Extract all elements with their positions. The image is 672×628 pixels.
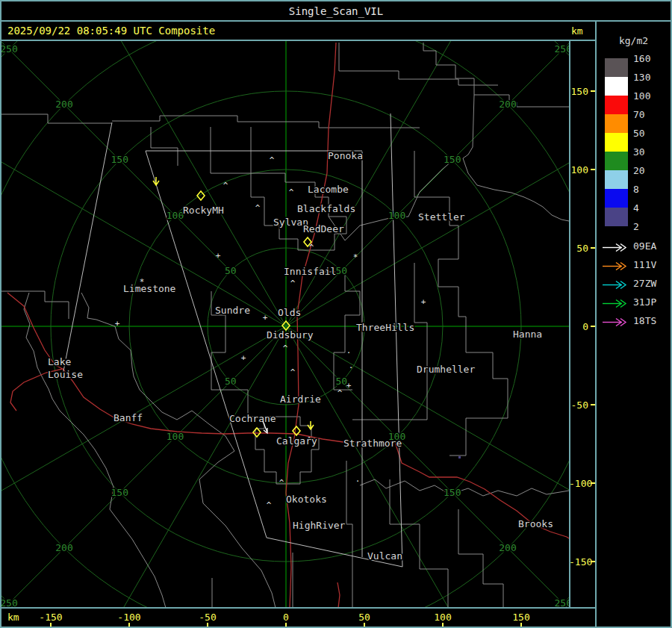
map-boundary: [414, 151, 508, 456]
ring-distance-label: 100: [388, 210, 405, 221]
track-id-label: 09EA: [633, 241, 656, 251]
track-arrow-icon: [602, 299, 627, 308]
info-bar: 2025/09/22 08:05:49 UTC Composite: [1, 22, 595, 40]
ring-distance-label: 250: [554, 597, 569, 607]
bottom-axis-tick-label: 50: [351, 612, 378, 622]
map-boundary: [211, 127, 251, 173]
window-title: Single_Scan_VIL: [289, 5, 383, 17]
town-marker-icon: .: [346, 346, 352, 355]
right-axis-tick-label: 150: [569, 87, 588, 96]
track-legend-row: 31JP: [602, 297, 669, 308]
track-id-label: 27ZW: [633, 279, 656, 288]
right-axis-unit-label: km: [571, 25, 583, 37]
ring-distance-label: 250: [554, 43, 569, 55]
radar-app-window: Single_Scan_VIL 2025/09/22 08:05:49 UTC …: [0, 0, 672, 628]
city-label: Stettler: [418, 211, 465, 223]
radar-site-icon: [253, 428, 261, 437]
right-axis-tick-label: -100: [569, 479, 588, 488]
city-label: Drumheller: [417, 364, 475, 375]
bottom-axis-tick: [50, 623, 52, 627]
colorbar-swatch: [605, 58, 628, 77]
legend-panel: kg/m2 16013010070503020842 09EA111V27ZW3…: [597, 22, 671, 627]
radar-map-canvas[interactable]: 5050505010010010010015015015015020020020…: [1, 41, 569, 607]
city-label: Airdrie: [280, 394, 321, 405]
colorbar-step-label: 50: [633, 128, 645, 138]
track-arrow-icon: [602, 280, 627, 290]
ring-distance-label: 150: [444, 487, 461, 498]
colorbar-swatch: [605, 152, 628, 170]
town-marker-icon: .: [349, 361, 354, 370]
town-marker-icon: +: [115, 319, 120, 329]
town-marker-icon: ^: [283, 343, 288, 353]
bottom-axis-tick: [285, 623, 287, 627]
right-axis-tick-label: -150: [569, 557, 588, 567]
ring-distance-label: 250: [1, 43, 18, 55]
track-id-label: 31JP: [633, 297, 656, 307]
bottom-axis-unit-label: km: [7, 612, 19, 622]
city-label: Didsbury: [267, 329, 314, 341]
colorbar-step-label: 4: [633, 203, 639, 213]
colorbar-unit-label: kg/m2: [597, 35, 671, 46]
ring-distance-label: 50: [225, 376, 237, 387]
map-boundary: [360, 479, 569, 496]
city-label: Calgary: [276, 435, 317, 447]
track-legend-row: 111V: [602, 260, 669, 270]
city-label: RockyMH: [183, 205, 224, 216]
track-arrow-icon: [602, 261, 627, 271]
city-label: Sundre: [215, 305, 250, 316]
colorbar-swatch: [605, 170, 628, 189]
track-legend-row: 09EA: [602, 241, 669, 252]
city-label: Louise: [48, 369, 83, 380]
map-boundary: [1, 114, 112, 123]
colorbar-swatch: [605, 208, 628, 226]
ring-distance-label: 200: [55, 99, 72, 110]
city-label: HighRiver: [293, 520, 346, 531]
city-label: Okotoks: [286, 494, 327, 505]
map-boundary: [112, 116, 420, 128]
city-label: Vulcan: [367, 550, 402, 562]
colorbar-step-label: 100: [633, 91, 650, 101]
bottom-axis-tick: [364, 623, 365, 627]
city-label: Olds: [278, 307, 301, 318]
bottom-axis-tick-label: -50: [194, 612, 221, 622]
map-boundary: [1, 291, 69, 319]
colorbar-swatch: [605, 133, 628, 152]
city-label: RedDeer: [303, 223, 344, 234]
city-label: Cochrane: [229, 413, 276, 424]
range-radial-line: [1, 326, 286, 607]
range-ring: [1, 41, 569, 607]
bottom-axis-tick-label: 0: [273, 612, 299, 622]
highway-line: [337, 582, 340, 607]
ring-distance-label: 50: [225, 265, 237, 276]
title-bar: Single_Scan_VIL: [1, 1, 671, 20]
colorbar-step-label: 8: [633, 184, 639, 194]
city-label: Banff: [113, 412, 143, 423]
highway-line: [7, 293, 63, 411]
colorbar-step-label: 20: [633, 166, 645, 175]
bottom-axis-tick: [207, 623, 208, 627]
map-boundary: [423, 43, 569, 107]
city-label: Strathmore: [343, 438, 402, 449]
scan-timestamp: 2025/09/22 08:05:49 UTC Composite: [7, 25, 215, 37]
colorbar-swatch: [605, 77, 628, 96]
track-id-label: 18TS: [633, 316, 656, 326]
colorbar-step-label: 160: [633, 54, 650, 63]
town-marker-icon: *: [353, 252, 358, 262]
map-boundary: [346, 461, 352, 607]
bottom-axis: km -150-100-50050100150: [1, 609, 595, 627]
map-boundary: [390, 479, 448, 607]
city-label: Innisfail: [284, 266, 336, 277]
right-axis: 150100500-50-100-150: [569, 41, 595, 607]
city-label: Lake: [48, 356, 71, 367]
ring-distance-label: 50: [335, 265, 347, 276]
ring-distance-label: 200: [499, 542, 516, 553]
city-label: Ponoka: [328, 150, 363, 161]
town-marker-icon: ^: [290, 279, 296, 288]
town-marker-icon: ^: [223, 181, 228, 190]
vil-echo-cell: [458, 456, 461, 458]
ring-distance-label: 200: [55, 542, 72, 553]
map-boundary: [151, 127, 178, 166]
city-label: Limestone: [123, 283, 176, 294]
bottom-axis-tick-label: 100: [429, 612, 456, 622]
ring-distance-label: 150: [444, 154, 461, 165]
